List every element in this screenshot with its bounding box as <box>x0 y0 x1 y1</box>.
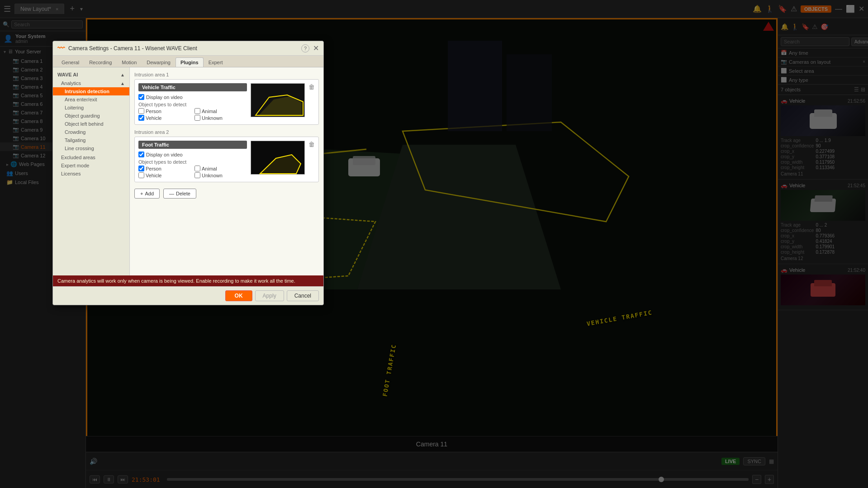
dialog-main-content: Intrusion area 1 Vehicle Traffic Display… <box>130 67 323 275</box>
area-2-thumbnail[interactable] <box>251 141 305 175</box>
area-enter-exit-label: Area enter/exit <box>65 97 97 102</box>
area-2-display-checkbox[interactable] <box>138 152 144 157</box>
expert-mode-item[interactable]: Expert mode <box>53 161 129 170</box>
intrusion-area-1-header: Intrusion area 1 <box>134 72 319 77</box>
tab-motion[interactable]: Motion <box>117 57 142 67</box>
area-2-vehicle-checkbox[interactable] <box>138 172 144 178</box>
tab-expert[interactable]: Expert <box>204 57 228 67</box>
area-1-card: Vehicle Traffic Display on video Object … <box>134 79 319 125</box>
add-icon: + <box>140 191 143 196</box>
warning-text: Camera analytics will work only when cam… <box>57 278 295 284</box>
crowding-item[interactable]: Crowding <box>53 128 129 136</box>
area-2-detect-label: Object types to detect <box>138 159 247 165</box>
area-1-animal-checkbox[interactable] <box>194 108 200 114</box>
delete-label: Delete <box>176 191 190 196</box>
dialog-close-button[interactable]: ✕ <box>313 44 319 52</box>
excluded-areas-item[interactable]: Excluded areas <box>53 153 129 161</box>
licenses-item[interactable]: Licenses <box>53 170 129 178</box>
analytics-section[interactable]: Analytics ▲ <box>53 79 129 87</box>
area-enter-exit-item[interactable]: Area enter/exit <box>53 95 129 104</box>
tab-recording[interactable]: Recording <box>84 57 117 67</box>
wave-ai-section[interactable]: WAVE AI ▲ <box>53 70 129 79</box>
area-1-unknown-checkbox[interactable] <box>194 115 200 121</box>
area-1-checkboxes: Person Animal Vehicle <box>138 108 247 121</box>
dialog-tabs-bar: General Recording Motion Dewarping Plugi… <box>53 56 323 67</box>
dialog-titlebar: 〰 Camera Settings - Camera 11 - Wisenet … <box>53 41 323 56</box>
area-2-delete-icon[interactable]: 🗑 <box>308 141 315 148</box>
area-1-display-label: Display on video <box>146 95 183 100</box>
area-1-display-checkbox[interactable] <box>138 94 144 100</box>
area-1-animal-label: Animal <box>202 109 217 114</box>
object-left-behind-item[interactable]: Object left behind <box>53 120 129 128</box>
area-2-person-label: Person <box>146 166 161 171</box>
tailgating-label: Tailgating <box>65 137 85 143</box>
cancel-button[interactable]: Cancel <box>287 290 319 301</box>
object-guarding-item[interactable]: Object guarding <box>53 112 129 120</box>
licenses-label: Licenses <box>61 171 81 176</box>
delete-dash-icon: — <box>169 191 174 196</box>
area-2-animal-checkbox[interactable] <box>194 166 200 171</box>
area-1-person-checkbox[interactable] <box>138 108 144 114</box>
dialog-left-sidebar: WAVE AI ▲ Analytics ▲ Intrusion detectio… <box>53 67 130 275</box>
delete-area-button[interactable]: — Delete <box>163 189 196 199</box>
object-left-behind-label: Object left behind <box>65 121 104 127</box>
loitering-label: Loitering <box>65 105 84 110</box>
area-1-vehicle-checkbox[interactable] <box>138 115 144 121</box>
area-2-card: Foot Traffic Display on video Object typ… <box>134 137 319 182</box>
area-2-name: Foot Traffic <box>138 141 247 149</box>
analytics-label: Analytics <box>61 81 81 86</box>
apply-button[interactable]: Apply <box>255 290 284 301</box>
tab-general[interactable]: General <box>57 57 84 67</box>
area-2-display-checkbox-row: Display on video <box>138 152 247 157</box>
add-area-button[interactable]: + Add <box>134 189 160 199</box>
camera-settings-dialog: 〰 Camera Settings - Camera 11 - Wisenet … <box>52 41 324 305</box>
area-2-unknown-label: Unknown <box>202 173 223 178</box>
area-1-thumbnail[interactable] <box>251 83 305 117</box>
area-1-unknown-label: Unknown <box>202 115 223 121</box>
wave-ai-label: WAVE AI <box>57 72 78 77</box>
dialog-warning-bar: Camera analytics will work only when cam… <box>53 275 323 286</box>
area-2-person-checkbox[interactable] <box>138 166 144 171</box>
loitering-item[interactable]: Loitering <box>53 104 129 112</box>
line-crossing-item[interactable]: Line crossing <box>53 144 129 152</box>
area-1-vehicle-label: Vehicle <box>146 115 161 121</box>
dialog-title: Camera Settings - Camera 11 - Wisenet WA… <box>68 45 298 52</box>
expert-mode-label: Expert mode <box>61 163 89 168</box>
object-guarding-label: Object guarding <box>65 113 100 118</box>
wave-logo-icon: 〰 <box>57 44 65 52</box>
area-2-checkboxes: Person Animal Vehicle <box>138 166 247 178</box>
analytics-collapse-icon: ▲ <box>120 81 125 86</box>
tab-plugins[interactable]: Plugins <box>175 57 204 67</box>
excluded-areas-label: Excluded areas <box>61 155 95 160</box>
dialog-body: WAVE AI ▲ Analytics ▲ Intrusion detectio… <box>53 67 323 275</box>
area-2-vehicle-label: Vehicle <box>146 173 161 178</box>
tailgating-item[interactable]: Tailgating <box>53 136 129 144</box>
add-label: Add <box>145 191 154 196</box>
area-1-delete-icon[interactable]: 🗑 <box>308 83 315 90</box>
crowding-label: Crowding <box>65 129 85 135</box>
dialog-help-button[interactable]: ? <box>301 44 309 52</box>
intrusion-area-2-header: Intrusion area 2 <box>134 129 319 135</box>
area-1-person-label: Person <box>146 109 161 114</box>
tab-dewarping[interactable]: Dewarping <box>142 57 175 67</box>
area-2-unknown-checkbox[interactable] <box>194 172 200 178</box>
intrusion-detection-item[interactable]: Intrusion detection <box>53 87 129 95</box>
area-2-name-block: Foot Traffic Display on video Object typ… <box>138 141 247 178</box>
ok-button[interactable]: OK <box>225 290 252 301</box>
area-1-name-block: Vehicle Traffic Display on video Object … <box>138 83 247 121</box>
intrusion-detection-label: Intrusion detection <box>65 89 109 94</box>
area-1-name: Vehicle Traffic <box>138 83 247 91</box>
dialog-action-buttons: + Add — Delete <box>134 187 319 200</box>
area-2-animal-label: Animal <box>202 166 217 171</box>
line-crossing-label: Line crossing <box>65 146 94 151</box>
area-1-detect-label: Object types to detect <box>138 102 247 107</box>
wave-ai-collapse-icon: ▲ <box>120 72 125 77</box>
area-2-display-label: Display on video <box>146 152 183 157</box>
area-1-display-checkbox-row: Display on video <box>138 94 247 100</box>
dialog-footer: OK Apply Cancel <box>53 286 323 305</box>
